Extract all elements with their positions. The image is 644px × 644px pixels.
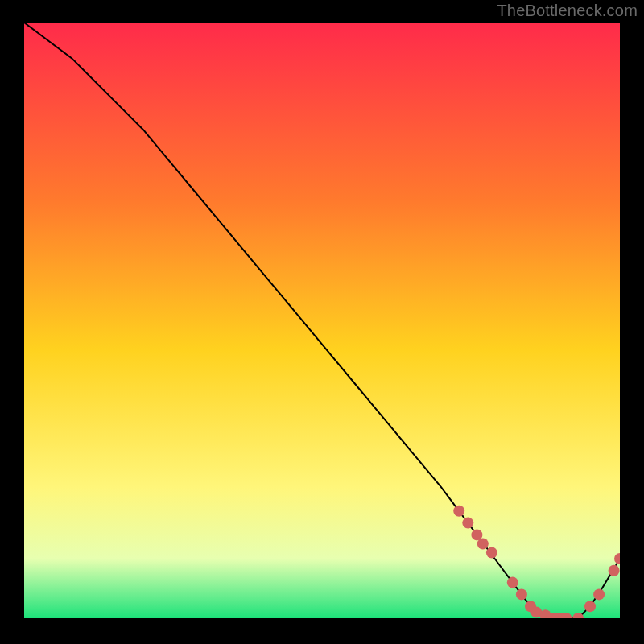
gradient-background [24,23,620,618]
chart-frame: TheBottleneck.com [0,0,644,644]
curve-marker [609,565,620,576]
curve-marker [486,547,497,559]
curve-marker [584,601,596,612]
curve-marker [516,588,527,600]
curve-marker [462,518,473,529]
plot-area [24,23,620,618]
curve-marker [477,539,489,550]
curve-marker [507,577,518,588]
bottleneck-chart [24,23,620,618]
watermark-text: TheBottleneck.com [497,2,638,20]
curve-marker [453,506,464,517]
curve-marker [593,588,605,600]
